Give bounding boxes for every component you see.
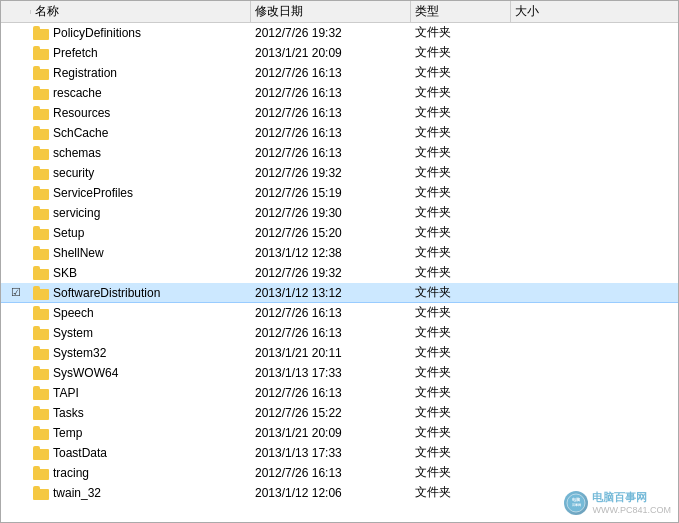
file-type: 文件夹 <box>411 184 511 201</box>
table-row[interactable]: PolicyDefinitions2012/7/26 19:32文件夹 <box>1 23 678 43</box>
folder-icon <box>33 206 49 220</box>
file-type: 文件夹 <box>411 264 511 281</box>
file-date: 2012/7/26 16:13 <box>251 66 411 80</box>
folder-icon <box>33 446 49 460</box>
folder-icon <box>33 66 49 80</box>
table-row[interactable]: ☑SoftwareDistribution2013/1/12 13:12文件夹 <box>1 283 678 303</box>
folder-icon <box>33 26 49 40</box>
file-name: schemas <box>31 146 251 160</box>
file-type: 文件夹 <box>411 24 511 41</box>
file-date: 2013/1/13 17:33 <box>251 446 411 460</box>
table-row[interactable]: Tasks2012/7/26 15:22文件夹 <box>1 403 678 423</box>
file-date: 2013/1/21 20:09 <box>251 426 411 440</box>
file-date: 2013/1/21 20:09 <box>251 46 411 60</box>
file-name: SKB <box>31 266 251 280</box>
file-list-container[interactable]: 名称 修改日期 类型 大小 PolicyDefinitions2012/7/26… <box>1 1 678 522</box>
folder-icon <box>33 106 49 120</box>
file-type: 文件夹 <box>411 304 511 321</box>
file-date: 2012/7/26 19:30 <box>251 206 411 220</box>
file-name: PolicyDefinitions <box>31 26 251 40</box>
file-type: 文件夹 <box>411 64 511 81</box>
file-date: 2012/7/26 19:32 <box>251 166 411 180</box>
file-name: Setup <box>31 226 251 240</box>
svg-text:电脑: 电脑 <box>572 497 580 502</box>
folder-icon <box>33 306 49 320</box>
table-row[interactable]: SysWOW642013/1/13 17:33文件夹 <box>1 363 678 383</box>
file-name: Prefetch <box>31 46 251 60</box>
table-row[interactable]: TAPI2012/7/26 16:13文件夹 <box>1 383 678 403</box>
folder-icon <box>33 266 49 280</box>
watermark-logo: 电脑 百事网 <box>564 491 588 515</box>
folder-icon <box>33 426 49 440</box>
file-name: SysWOW64 <box>31 366 251 380</box>
file-date: 2013/1/13 17:33 <box>251 366 411 380</box>
file-name: ToastData <box>31 446 251 460</box>
table-row[interactable]: System2012/7/26 16:13文件夹 <box>1 323 678 343</box>
table-row[interactable]: System322013/1/21 20:11文件夹 <box>1 343 678 363</box>
file-type: 文件夹 <box>411 364 511 381</box>
file-type: 文件夹 <box>411 124 511 141</box>
file-date: 2012/7/26 15:20 <box>251 226 411 240</box>
folder-icon <box>33 386 49 400</box>
file-date: 2013/1/12 13:12 <box>251 286 411 300</box>
table-row[interactable]: tracing2012/7/26 16:13文件夹 <box>1 463 678 483</box>
table-row[interactable]: SKB2012/7/26 19:32文件夹 <box>1 263 678 283</box>
file-type: 文件夹 <box>411 484 511 501</box>
folder-icon <box>33 466 49 480</box>
file-type: 文件夹 <box>411 384 511 401</box>
watermark: 电脑 百事网 电脑百事网 WWW.PC841.COM <box>564 490 671 515</box>
file-type: 文件夹 <box>411 204 511 221</box>
table-row[interactable]: Setup2012/7/26 15:20文件夹 <box>1 223 678 243</box>
file-date: 2012/7/26 19:32 <box>251 26 411 40</box>
table-row[interactable]: ServiceProfiles2012/7/26 15:19文件夹 <box>1 183 678 203</box>
file-name: security <box>31 166 251 180</box>
file-type: 文件夹 <box>411 164 511 181</box>
table-row[interactable]: rescache2012/7/26 16:13文件夹 <box>1 83 678 103</box>
folder-icon <box>33 166 49 180</box>
table-row[interactable]: Temp2013/1/21 20:09文件夹 <box>1 423 678 443</box>
header-type[interactable]: 类型 <box>411 1 511 22</box>
file-date: 2012/7/26 15:22 <box>251 406 411 420</box>
file-type: 文件夹 <box>411 404 511 421</box>
file-date: 2012/7/26 19:32 <box>251 266 411 280</box>
file-explorer: 名称 修改日期 类型 大小 PolicyDefinitions2012/7/26… <box>0 0 679 523</box>
table-row[interactable]: ToastData2013/1/13 17:33文件夹 <box>1 443 678 463</box>
folder-icon <box>33 226 49 240</box>
file-name: System <box>31 326 251 340</box>
file-rows: PolicyDefinitions2012/7/26 19:32文件夹Prefe… <box>1 23 678 503</box>
folder-icon <box>33 186 49 200</box>
folder-icon <box>33 406 49 420</box>
file-date: 2012/7/26 16:13 <box>251 146 411 160</box>
file-name: Registration <box>31 66 251 80</box>
file-name: Temp <box>31 426 251 440</box>
table-row[interactable]: SchCache2012/7/26 16:13文件夹 <box>1 123 678 143</box>
table-row[interactable]: ShellNew2013/1/12 12:38文件夹 <box>1 243 678 263</box>
file-name: ShellNew <box>31 246 251 260</box>
file-date: 2013/1/21 20:11 <box>251 346 411 360</box>
file-type: 文件夹 <box>411 84 511 101</box>
table-row[interactable]: Speech2012/7/26 16:13文件夹 <box>1 303 678 323</box>
file-name: Speech <box>31 306 251 320</box>
header-name[interactable]: 名称 <box>31 1 251 22</box>
header-size[interactable]: 大小 <box>511 1 591 22</box>
file-type: 文件夹 <box>411 284 511 301</box>
table-row[interactable]: Resources2012/7/26 16:13文件夹 <box>1 103 678 123</box>
file-date: 2012/7/26 16:13 <box>251 86 411 100</box>
table-row[interactable]: Prefetch2013/1/21 20:09文件夹 <box>1 43 678 63</box>
folder-icon <box>33 146 49 160</box>
file-date: 2012/7/26 16:13 <box>251 386 411 400</box>
header-date[interactable]: 修改日期 <box>251 1 411 22</box>
table-row[interactable]: servicing2012/7/26 19:30文件夹 <box>1 203 678 223</box>
file-type: 文件夹 <box>411 244 511 261</box>
file-type: 文件夹 <box>411 104 511 121</box>
file-name: twain_32 <box>31 486 251 500</box>
file-type: 文件夹 <box>411 344 511 361</box>
list-header: 名称 修改日期 类型 大小 <box>1 1 678 23</box>
file-name: SchCache <box>31 126 251 140</box>
folder-icon <box>33 286 49 300</box>
table-row[interactable]: security2012/7/26 19:32文件夹 <box>1 163 678 183</box>
table-row[interactable]: schemas2012/7/26 16:13文件夹 <box>1 143 678 163</box>
file-date: 2012/7/26 16:13 <box>251 126 411 140</box>
file-date: 2012/7/26 16:13 <box>251 106 411 120</box>
table-row[interactable]: Registration2012/7/26 16:13文件夹 <box>1 63 678 83</box>
